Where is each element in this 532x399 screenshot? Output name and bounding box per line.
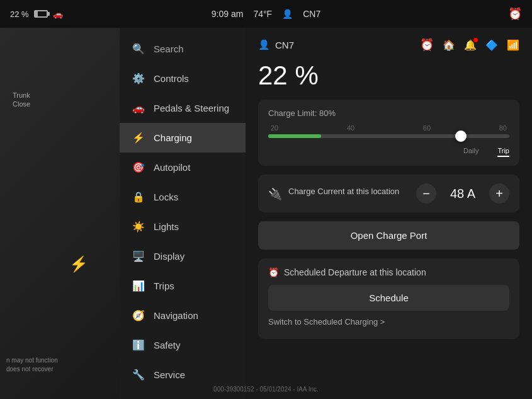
sidebar-item-search[interactable]: 🔍 Search: [120, 34, 246, 64]
charge-current-control: − 48 A +: [416, 183, 509, 204]
sidebar-item-controls[interactable]: ⚙️ Controls: [120, 64, 246, 93]
battery-icon: [34, 10, 48, 18]
sidebar-label-display: Display: [154, 251, 184, 262]
user-person-icon: 👤: [258, 39, 270, 50]
sidebar-item-navigation[interactable]: 🧭 Navigation: [120, 301, 246, 330]
trip-tab[interactable]: Trip: [497, 147, 509, 157]
lock-icon: 🔒: [132, 191, 145, 203]
schedule-button[interactable]: Schedule: [268, 285, 509, 311]
sidebar-item-display[interactable]: 🖥️ Display: [120, 241, 246, 271]
alarm-icon-top: ⏰: [508, 7, 522, 21]
scheduled-departure-card: ⏰ Scheduled Departure at this location S…: [258, 258, 519, 339]
slider-handle[interactable]: [455, 130, 467, 142]
battery-percent-main: 22 %: [258, 61, 519, 91]
sidebar-label-search: Search: [154, 43, 184, 54]
bottom-id-text: 000-39300152 - 05/01/2024 - IAA Inc.: [213, 386, 319, 393]
sidebar-label-locks: Locks: [154, 192, 178, 202]
status-bar: 22 % 🚗 9:09 am 74°F 👤 CN7 ⏰: [0, 0, 532, 28]
trunk-label: TrunkClose: [13, 91, 30, 109]
controls-icon: ⚙️: [132, 72, 145, 84]
charge-current-info: 🔌 Charge Current at this location: [268, 186, 399, 201]
charge-slider-track[interactable]: [268, 134, 509, 138]
display-icon: 🖥️: [132, 250, 145, 262]
sidebar-label-controls: Controls: [154, 73, 189, 84]
sidebar-item-pedals[interactable]: 🚗 Pedals & Steering: [120, 93, 246, 123]
clock-icon: ⏰: [268, 267, 279, 277]
sidebar-item-locks[interactable]: 🔒 Locks: [120, 182, 246, 212]
charge-limit-label: Charge Limit: 80%: [268, 108, 509, 118]
autopilot-icon: 🎯: [132, 161, 145, 173]
left-panel: TrunkClose ⚡ n may not function does not…: [0, 28, 120, 399]
scheduled-departure-label: Scheduled Departure at this location: [284, 267, 426, 277]
sidebar-item-lights[interactable]: ☀️ Lights: [120, 212, 246, 241]
daily-tab[interactable]: Daily: [463, 147, 478, 157]
sidebar-item-service[interactable]: 🔧 Service: [120, 360, 246, 390]
user-icon-top: 👤: [282, 9, 293, 19]
main-content: 👤 CN7 ⏰ 🏠 🔔 🔷 📶 22 % Charge Limit: 80% 2…: [246, 28, 532, 399]
tick-60: 60: [423, 124, 431, 132]
sidebar-item-safety[interactable]: ℹ️ Safety: [120, 330, 246, 360]
decrease-current-button[interactable]: −: [416, 183, 436, 204]
main-header: 👤 CN7 ⏰ 🏠 🔔 🔷 📶: [258, 38, 519, 52]
service-icon: 🔧: [132, 369, 145, 381]
sidebar-item-autopilot[interactable]: 🎯 Autopilot: [120, 153, 246, 182]
status-bar-right: ⏰: [508, 7, 522, 21]
alarm-icon-main: ⏰: [420, 38, 434, 52]
open-charge-port-button[interactable]: Open Charge Port: [258, 221, 519, 250]
user-info: 👤 CN7: [258, 39, 294, 50]
sidebar-label-pedals: Pedals & Steering: [154, 103, 229, 113]
sidebar-item-trips[interactable]: 📊 Trips: [120, 271, 246, 301]
bottom-id: 000-39300152 - 05/01/2024 - IAA Inc.: [0, 386, 532, 393]
battery-fill: [35, 11, 38, 16]
status-bar-center: 9:09 am 74°F 👤 CN7: [212, 9, 320, 19]
status-bar-left: 22 % 🚗: [10, 9, 63, 19]
sidebar-item-charging[interactable]: ⚡ Charging: [120, 123, 246, 153]
tick-40: 40: [347, 124, 354, 132]
warning-text: n may not function does not recover: [6, 356, 58, 374]
status-user: CN7: [303, 9, 320, 19]
notification-icon: 🔔: [464, 39, 477, 51]
safety-icon: ℹ️: [132, 339, 145, 351]
home-icon: 🏠: [443, 39, 455, 51]
warning-line2: does not recover: [6, 366, 54, 373]
sidebar-label-safety: Safety: [154, 340, 181, 350]
trips-icon: 📊: [132, 280, 145, 292]
signal-icon: 📶: [507, 39, 519, 51]
charging-icon: ⚡: [132, 132, 145, 144]
battery-percent-status: 22 %: [10, 9, 29, 19]
sidebar-label-navigation: Navigation: [154, 310, 198, 321]
increase-current-button[interactable]: +: [489, 183, 509, 204]
charge-current-card: 🔌 Charge Current at this location − 48 A…: [258, 175, 519, 212]
status-temp: 74°F: [253, 9, 272, 19]
sidebar: 🔍 Search ⚙️ Controls 🚗 Pedals & Steering…: [120, 28, 246, 399]
car-icon: 🚗: [53, 9, 63, 19]
sidebar-label-trips: Trips: [154, 280, 174, 291]
plug-icon: 🔌: [268, 187, 282, 201]
search-icon: 🔍: [132, 43, 145, 55]
tick-80: 80: [499, 124, 507, 132]
sidebar-label-charging: Charging: [154, 132, 192, 143]
slider-ticks: 20 40 60 80: [268, 124, 509, 132]
charge-limit-card: Charge Limit: 80% 20 40 60 80 Daily Trip: [258, 100, 519, 166]
scheduled-header: ⏰ Scheduled Departure at this location: [268, 267, 509, 277]
slider-fill: [268, 134, 321, 138]
current-value: 48 A: [444, 187, 482, 201]
sidebar-label-service: Service: [154, 369, 185, 380]
charge-current-label: Charge Current at this location: [288, 186, 399, 197]
tick-20: 20: [271, 124, 278, 132]
sidebar-label-lights: Lights: [154, 221, 179, 232]
pedals-icon: 🚗: [132, 102, 145, 114]
charging-bolt-visual: ⚡: [69, 255, 88, 273]
sidebar-label-autopilot: Autopilot: [154, 162, 190, 173]
warning-line1: n may not function: [6, 357, 58, 364]
slider-labels: Daily Trip: [268, 147, 509, 157]
user-name: CN7: [275, 40, 294, 50]
lights-icon: ☀️: [132, 221, 145, 233]
bluetooth-icon: 🔷: [485, 39, 498, 51]
status-time: 9:09 am: [212, 9, 244, 19]
header-icons: ⏰ 🏠 🔔 🔷 📶: [420, 38, 519, 52]
switch-to-charging-link[interactable]: Switch to Scheduled Charging >: [268, 317, 509, 327]
navigation-icon: 🧭: [132, 309, 145, 321]
